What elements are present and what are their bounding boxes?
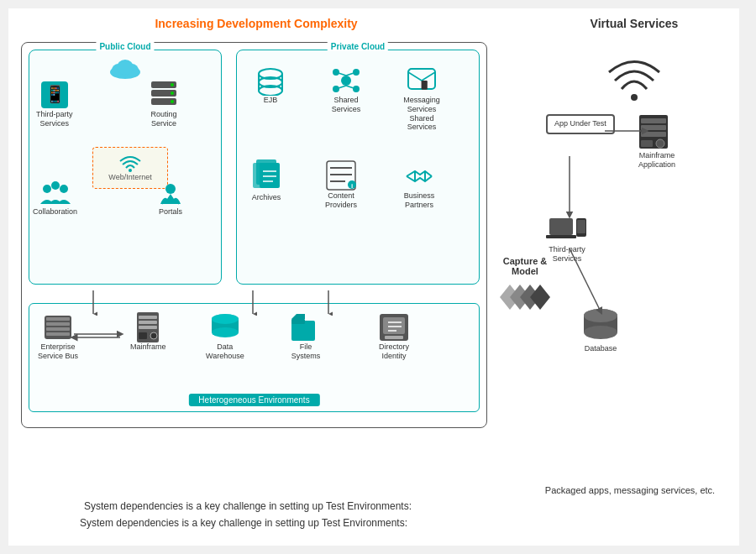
svg-point-13 — [129, 169, 132, 172]
system-deps-text: System dependencies is a key challenge i… — [25, 517, 462, 529]
svg-rect-60 — [139, 326, 157, 329]
mainframe-icon-box: Mainframe — [130, 312, 166, 352]
business-partners-icon — [403, 159, 435, 191]
web-internet-label: Web/Internet — [108, 173, 151, 181]
packaged-apps-text: Packaged apps, messaging services, etc. — [538, 485, 722, 495]
svg-line-101 — [570, 248, 601, 311]
ejb-icon-box: EJB — [255, 65, 286, 105]
svg-point-3 — [117, 60, 134, 75]
svg-rect-56 — [46, 332, 70, 336]
svg-point-15 — [60, 185, 68, 193]
svg-point-17 — [165, 184, 176, 194]
svg-rect-58 — [139, 316, 157, 319]
routing-icon — [147, 80, 181, 110]
content-providers-icon-box: i ContentProviders — [325, 159, 357, 210]
data-warehouse-icon — [208, 312, 242, 342]
directory-icon — [378, 312, 410, 342]
svg-text:i: i — [351, 182, 353, 190]
mainframe-label: Mainframe — [130, 342, 166, 352]
svg-rect-59 — [139, 321, 157, 324]
left-diagram-area: Increasing Development Complexity Public… — [17, 17, 496, 520]
svg-rect-53 — [46, 317, 70, 321]
file-systems-label: FileSystems — [291, 342, 321, 361]
file-systems-icon-box: FileSystems — [290, 312, 322, 361]
collaboration-label: Collaboration — [33, 207, 77, 217]
svg-rect-37 — [422, 81, 428, 90]
business-partners-label: BusinessPartners — [404, 191, 435, 210]
routing-label: RoutingService — [150, 110, 176, 128]
svg-point-65 — [212, 327, 239, 337]
ejb-icon — [255, 65, 286, 96]
archives-label: Archives — [252, 193, 281, 202]
esb-label: EnterpriseService Bus — [38, 342, 78, 361]
virtual-diagram: App Under Test MainframeApplication — [521, 47, 748, 425]
shared-services-icon-box: Shared Services — [321, 65, 371, 114]
svg-point-10 — [171, 83, 174, 86]
private-cloud-box: Private Cloud EJB — [236, 50, 480, 285]
collaboration-icon — [39, 180, 71, 207]
portals-icon — [155, 180, 186, 207]
portals-label: Portals — [159, 207, 182, 217]
private-cloud-label: Private Cloud — [328, 42, 388, 51]
routing-icon-box: RoutingService — [147, 80, 181, 128]
svg-rect-70 — [383, 317, 405, 334]
svg-point-16 — [51, 181, 60, 190]
third-party-icon-box: 📱 Third-partyServices — [36, 80, 73, 128]
right-area: Virtual Services App Under Test — [521, 17, 748, 504]
public-cloud-label: Public Cloud — [96, 42, 154, 51]
archives-icon-box: Archives — [249, 159, 283, 202]
directory-label: DirectoryIdentity — [379, 342, 409, 361]
portals-icon-box: Portals — [155, 180, 186, 217]
svg-rect-61 — [139, 332, 147, 339]
cloud-icon — [108, 59, 142, 79]
content-providers-label: ContentProviders — [325, 191, 357, 210]
esb-icon-box: EnterpriseService Bus — [38, 312, 78, 361]
right-diagram-lines — [521, 47, 739, 425]
svg-text:📱: 📱 — [44, 84, 65, 104]
svg-point-27 — [341, 76, 351, 86]
hetero-label: Heterogeneous Environments — [188, 394, 319, 406]
data-warehouse-label: DataWarehouse — [206, 342, 244, 361]
svg-point-66 — [212, 314, 239, 324]
collaboration-icon-box: Collaboration — [33, 180, 77, 217]
hetero-box: Heterogeneous Environments EnterpriseSer… — [29, 303, 480, 412]
svg-point-11 — [171, 91, 174, 95]
archives-icon — [249, 159, 283, 193]
ejb-label: EJB — [264, 96, 278, 105]
public-cloud-box: Public Cloud 📱 Third- — [29, 50, 222, 285]
main-container: Increasing Development Complexity Public… — [8, 8, 739, 546]
third-party-label: Third-partyServices — [36, 110, 73, 128]
complexity-title: Increasing Development Complexity — [17, 17, 496, 30]
third-party-icon: 📱 — [39, 80, 70, 110]
svg-point-14 — [43, 185, 51, 193]
bottom-text: System dependencies is a key challenge i… — [34, 500, 462, 512]
svg-rect-54 — [46, 322, 70, 326]
web-icon — [118, 154, 142, 173]
content-providers-icon: i — [325, 159, 357, 191]
shared-services-label: Shared Services — [321, 96, 371, 114]
messaging-label: Messaging ServicesShared Services — [396, 96, 447, 132]
data-warehouse-icon-box: DataWarehouse — [206, 312, 244, 361]
mainframe-icon — [135, 312, 160, 342]
directory-icon-box: DirectoryIdentity — [378, 312, 410, 361]
esb-mainframe-arrows — [70, 327, 129, 344]
svg-rect-68 — [291, 319, 305, 324]
svg-point-12 — [171, 100, 174, 103]
svg-rect-40 — [260, 163, 280, 188]
virtual-services-title: Virtual Services — [521, 17, 748, 30]
file-systems-icon — [290, 312, 322, 342]
messaging-icon-box: Messaging ServicesShared Services — [396, 65, 447, 132]
messaging-icon — [407, 65, 437, 96]
svg-rect-74 — [385, 336, 403, 339]
esb-icon — [43, 312, 73, 342]
business-partners-icon-box: BusinessPartners — [403, 159, 435, 210]
outer-box: Public Cloud 📱 Third- — [21, 42, 487, 428]
svg-point-62 — [150, 332, 157, 339]
shared-services-icon — [331, 65, 361, 96]
svg-rect-55 — [46, 327, 70, 331]
